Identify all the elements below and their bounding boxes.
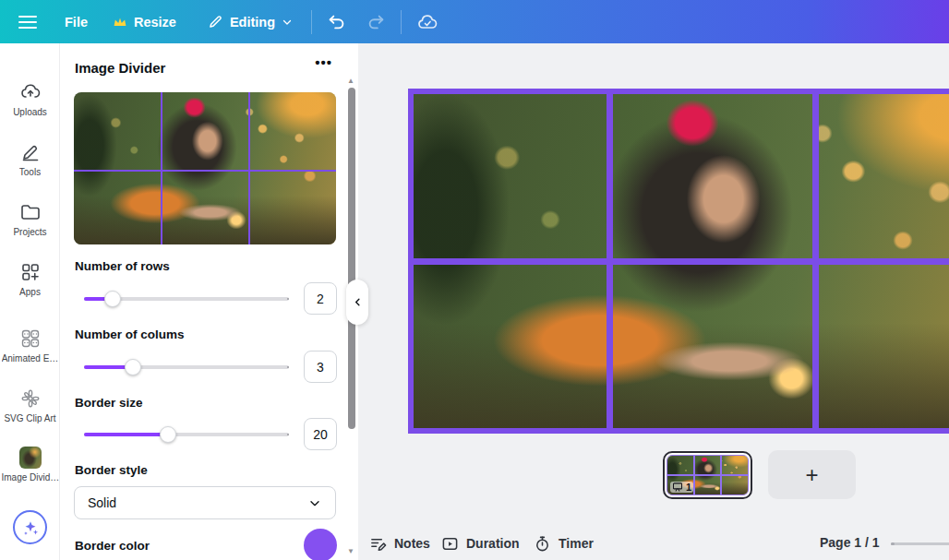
timer-label: Timer bbox=[559, 536, 594, 551]
border-size-slider[interactable] bbox=[84, 426, 289, 443]
magic-assistant-button[interactable] bbox=[13, 510, 47, 544]
border-size-label: Border size bbox=[75, 396, 143, 410]
duration-label: Duration bbox=[466, 536, 520, 551]
sidebar-item-uploads[interactable]: Uploads bbox=[0, 81, 60, 117]
toolbar-divider bbox=[311, 10, 312, 34]
editing-mode-button[interactable]: Editing bbox=[208, 14, 293, 30]
top-bar: File Resize Editing bbox=[0, 0, 949, 43]
add-page-button[interactable]: + bbox=[768, 450, 856, 499]
toolbar-divider bbox=[401, 10, 402, 34]
rows-slider[interactable] bbox=[84, 291, 289, 307]
columns-slider[interactable] bbox=[84, 359, 289, 375]
upload-cloud-icon bbox=[19, 81, 42, 103]
scroll-down-arrow-icon[interactable]: ▼ bbox=[347, 547, 354, 555]
chevron-left-icon bbox=[353, 297, 363, 307]
chevron-down-icon bbox=[307, 495, 322, 510]
sidebar-item-image-divider[interactable]: Image Divid… bbox=[0, 447, 60, 483]
page-thumbnail-1[interactable]: 1 bbox=[663, 451, 752, 499]
page-number-badge: 1 bbox=[670, 482, 693, 493]
pencil-icon bbox=[19, 141, 42, 163]
panel-more-menu-icon[interactable]: ••• bbox=[315, 54, 332, 70]
rows-label: Number of rows bbox=[75, 259, 170, 273]
pencil-icon bbox=[208, 14, 223, 30]
emoji-faces-icon bbox=[19, 328, 42, 350]
image-divider-panel: Image Divider ••• Number of rows 2 Numbe… bbox=[60, 43, 358, 560]
notes-label: Notes bbox=[394, 536, 430, 551]
sidebar-item-apps[interactable]: Apps bbox=[0, 261, 60, 297]
border-size-slider-thumb[interactable] bbox=[160, 426, 176, 443]
sidebar-item-label: SVG Clip Art bbox=[4, 413, 55, 423]
sidebar-item-label: Image Divid… bbox=[2, 472, 59, 483]
notes-icon bbox=[369, 535, 387, 553]
preview-grid-line bbox=[161, 92, 162, 244]
zoom-slider[interactable] bbox=[891, 532, 949, 554]
sidebar-item-animated-emojis[interactable]: Animated E… bbox=[0, 328, 60, 363]
duration-button[interactable]: Duration bbox=[441, 532, 520, 554]
sidebar-item-label: Uploads bbox=[13, 107, 47, 117]
border-style-label: Border style bbox=[75, 463, 148, 477]
preview-grid-line bbox=[248, 92, 250, 244]
menu-icon[interactable] bbox=[18, 16, 37, 29]
undo-icon[interactable] bbox=[327, 12, 347, 32]
resize-button[interactable]: Resize bbox=[113, 15, 176, 30]
panel-title: Image Divider bbox=[75, 60, 165, 76]
image-divider-preview bbox=[74, 92, 336, 244]
page-badge-count: 1 bbox=[686, 482, 691, 493]
file-label: File bbox=[65, 15, 88, 30]
chevron-down-icon bbox=[282, 17, 293, 28]
sidebar-item-projects[interactable]: Projects bbox=[0, 201, 60, 237]
sidebar-item-tools[interactable]: Tools bbox=[0, 141, 60, 177]
timer-icon bbox=[534, 535, 551, 553]
file-button[interactable]: File bbox=[65, 15, 88, 30]
columns-value-input[interactable]: 3 bbox=[304, 351, 337, 383]
floral-icon bbox=[19, 387, 42, 410]
rows-value-input[interactable]: 2 bbox=[304, 282, 337, 315]
sidebar-item-svg-clip-art[interactable]: SVG Clip Art bbox=[0, 387, 60, 423]
panel-scrollbar[interactable] bbox=[348, 88, 355, 429]
folder-icon bbox=[19, 201, 42, 223]
page-indicator: Page 1 / 1 bbox=[820, 535, 880, 550]
redo-icon[interactable] bbox=[366, 12, 386, 32]
app-sidebar: Uploads Tools Projects Apps Animated E… bbox=[0, 43, 60, 560]
scroll-up-arrow-icon[interactable]: ▲ bbox=[347, 77, 354, 85]
slide-icon bbox=[672, 482, 683, 493]
sidebar-item-label: Apps bbox=[19, 287, 41, 297]
resize-label: Resize bbox=[134, 15, 176, 30]
border-style-select[interactable]: Solid bbox=[74, 486, 336, 519]
border-size-value-input[interactable]: 20 bbox=[304, 418, 337, 450]
rows-slider-thumb[interactable] bbox=[104, 291, 121, 307]
sidebar-item-label: Animated E… bbox=[2, 353, 59, 363]
plus-icon: + bbox=[805, 462, 818, 488]
border-color-swatch[interactable] bbox=[304, 529, 337, 560]
border-color-label: Border color bbox=[75, 539, 150, 553]
sparkles-icon bbox=[20, 518, 41, 538]
duration-icon bbox=[441, 535, 459, 553]
sidebar-item-label: Projects bbox=[13, 227, 46, 237]
sidebar-item-label: Tools bbox=[19, 167, 41, 177]
notes-button[interactable]: Notes bbox=[369, 532, 430, 554]
columns-slider-thumb[interactable] bbox=[125, 359, 141, 375]
preview-photo bbox=[74, 92, 336, 244]
columns-label: Number of colums bbox=[75, 328, 185, 341]
thumbnail-grid-line bbox=[667, 474, 748, 476]
cloud-save-icon[interactable] bbox=[416, 11, 438, 33]
canva-editor: File Resize Editing bbox=[0, 0, 949, 560]
border-style-value: Solid bbox=[88, 495, 116, 510]
editing-label: Editing bbox=[230, 15, 275, 30]
design-page-image[interactable] bbox=[408, 89, 949, 434]
grid-outer-border bbox=[408, 89, 949, 434]
crown-icon bbox=[113, 15, 127, 30]
preview-grid-line bbox=[74, 170, 336, 172]
image-divider-app-icon bbox=[19, 447, 42, 469]
panel-collapse-button[interactable] bbox=[346, 280, 368, 325]
apps-grid-icon bbox=[19, 261, 42, 283]
design-canvas-area: 1 + Notes Duration Timer Page 1 / 1 bbox=[358, 43, 949, 560]
timer-button[interactable]: Timer bbox=[534, 532, 594, 554]
